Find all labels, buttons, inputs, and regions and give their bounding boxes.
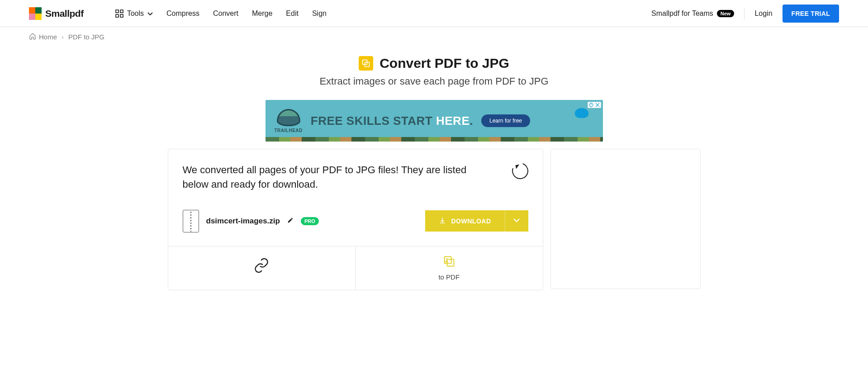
nav-convert[interactable]: Convert [213,9,238,18]
zip-file-icon [183,210,199,232]
svg-point-8 [591,105,591,106]
svg-rect-0 [116,10,119,13]
primary-nav: Tools Compress Convert Merge Edit Sign [115,9,327,18]
tools-label: Tools [127,9,144,18]
secondary-nav: Smallpdf for Teams New Login FREE TRIAL [651,5,839,23]
breadcrumb: Home › PDF to JPG [0,27,868,47]
divider [744,7,745,20]
svg-rect-3 [120,14,123,17]
share-link-action[interactable] [168,246,356,290]
download-label: DOWNLOAD [451,218,491,225]
svg-rect-2 [116,14,119,17]
page-subtitle: Extract images or save each page from PD… [0,76,868,87]
page-title: Convert PDF to JPG [379,56,509,71]
download-icon [439,217,446,225]
breadcrumb-sep: › [62,33,64,41]
ad-decoration [266,137,603,142]
svg-rect-12 [447,260,454,266]
rename-button[interactable] [287,217,294,225]
download-button[interactable]: DOWNLOAD [425,210,505,232]
sidebar-card [550,149,701,289]
salesforce-cloud-icon [575,108,588,118]
restart-button[interactable] [509,160,531,182]
logo-mark-icon [29,7,42,20]
breadcrumb-home[interactable]: Home [29,33,57,41]
to-pdf-action[interactable]: to PDF [355,246,543,290]
login-link[interactable]: Login [754,9,772,18]
link-icon [253,257,270,275]
conversion-message: We converted all pages of your PDF to JP… [183,163,472,192]
ad-banner[interactable]: TRAILHEAD FREE SKILLS START HERE. Learn … [266,100,603,142]
svg-rect-1 [120,10,123,13]
nav-compress[interactable]: Compress [166,9,199,18]
content-row: We converted all pages of your PDF to JP… [0,149,868,308]
ad-cta-button[interactable]: Learn for free [481,114,530,127]
ad-brand-label: TRAILHEAD [275,128,303,133]
result-card: We converted all pages of your PDF to JP… [168,149,543,290]
top-nav: Smallpdf Tools Compress Convert Merge Ed… [0,0,868,27]
to-pdf-label: to PDF [438,273,460,281]
hero: Convert PDF to JPG Extract images or sav… [0,56,868,87]
svg-point-13 [446,259,447,260]
pro-badge: PRO [301,217,319,225]
teams-link[interactable]: Smallpdf for Teams New [651,9,734,18]
mountain-icon [277,109,300,126]
ad-brand-mark: TRAILHEAD [275,109,303,133]
breadcrumb-current: PDF to JPG [68,33,104,41]
home-icon [29,33,36,41]
nav-edit[interactable]: Edit [286,9,299,18]
brand-name: Smallpdf [45,8,84,19]
to-pdf-icon [443,255,455,270]
new-badge: New [717,10,735,17]
output-filename: dsimcert-images.zip [206,217,280,226]
post-actions: to PDF [168,246,543,290]
chevron-down-icon [147,9,153,18]
download-group: DOWNLOAD [425,210,528,232]
logo-link[interactable]: Smallpdf [29,7,84,20]
grid-icon [115,9,123,18]
file-row: dsimcert-images.zip PRO DOWNLOAD [168,202,543,246]
ad-headline: FREE SKILLS START HERE. [311,114,473,128]
nav-sign[interactable]: Sign [312,9,327,18]
teams-label: Smallpdf for Teams [651,9,713,18]
adchoices-control[interactable] [588,102,601,108]
breadcrumb-home-label: Home [39,33,57,41]
tools-dropdown[interactable]: Tools [115,9,153,18]
download-options-button[interactable] [505,210,528,232]
chevron-down-icon [513,218,520,224]
nav-merge[interactable]: Merge [252,9,272,18]
pdf-to-jpg-icon [359,56,373,71]
free-trial-button[interactable]: FREE TRIAL [783,5,839,23]
